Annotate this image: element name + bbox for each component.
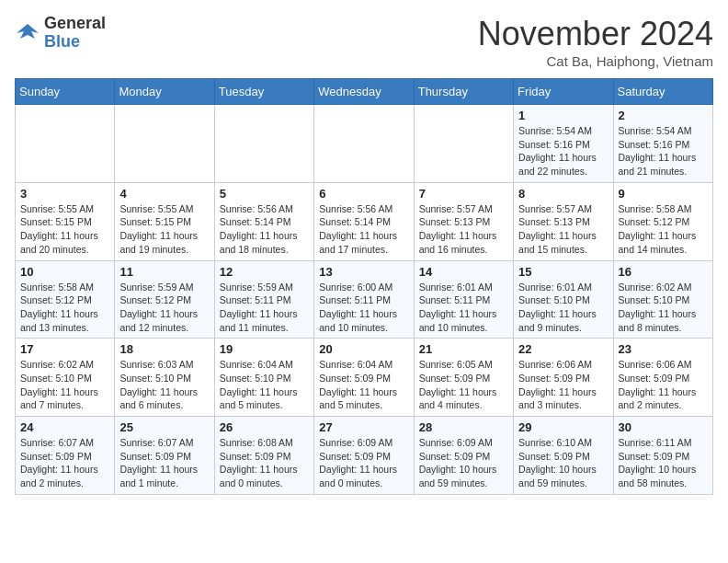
day-info: Sunrise: 5:59 AM Sunset: 5:12 PM Dayligh…	[119, 281, 209, 335]
calendar-cell: 24Sunrise: 6:07 AM Sunset: 5:09 PM Dayli…	[16, 417, 115, 495]
day-number: 21	[419, 342, 508, 356]
day-number: 25	[119, 420, 209, 434]
day-number: 13	[319, 265, 408, 279]
day-number: 20	[319, 342, 408, 356]
calendar-cell: 16Sunrise: 6:02 AM Sunset: 5:10 PM Dayli…	[613, 260, 712, 339]
weekday-header-wednesday: Wednesday	[314, 79, 414, 105]
calendar-cell: 1Sunrise: 5:54 AM Sunset: 5:16 PM Daylig…	[514, 105, 613, 183]
day-info: Sunrise: 6:04 AM Sunset: 5:10 PM Dayligh…	[220, 358, 309, 412]
calendar-week-row: 24Sunrise: 6:07 AM Sunset: 5:09 PM Dayli…	[16, 417, 713, 495]
calendar-cell: 10Sunrise: 5:58 AM Sunset: 5:12 PM Dayli…	[16, 260, 115, 339]
day-info: Sunrise: 5:58 AM Sunset: 5:12 PM Dayligh…	[619, 202, 708, 257]
calendar-cell: 27Sunrise: 6:09 AM Sunset: 5:09 PM Dayli…	[314, 417, 414, 495]
calendar-cell: 19Sunrise: 6:04 AM Sunset: 5:10 PM Dayli…	[214, 339, 313, 417]
day-info: Sunrise: 6:10 AM Sunset: 5:09 PM Dayligh…	[518, 436, 608, 490]
calendar-cell: 26Sunrise: 6:08 AM Sunset: 5:09 PM Dayli…	[214, 417, 313, 495]
calendar-cell: 22Sunrise: 6:06 AM Sunset: 5:09 PM Dayli…	[514, 339, 613, 417]
calendar-table: SundayMondayTuesdayWednesdayThursdayFrid…	[15, 78, 713, 495]
calendar-cell: 11Sunrise: 5:59 AM Sunset: 5:12 PM Dayli…	[115, 260, 214, 339]
day-info: Sunrise: 5:59 AM Sunset: 5:11 PM Dayligh…	[220, 281, 309, 335]
weekday-header-row: SundayMondayTuesdayWednesdayThursdayFrid…	[16, 79, 713, 105]
day-info: Sunrise: 6:09 AM Sunset: 5:09 PM Dayligh…	[319, 436, 408, 490]
day-number: 6	[319, 187, 408, 201]
day-number: 16	[619, 265, 708, 279]
day-info: Sunrise: 5:55 AM Sunset: 5:15 PM Dayligh…	[119, 202, 209, 257]
day-info: Sunrise: 6:06 AM Sunset: 5:09 PM Dayligh…	[619, 358, 708, 412]
day-info: Sunrise: 6:01 AM Sunset: 5:11 PM Dayligh…	[419, 281, 508, 335]
day-info: Sunrise: 6:01 AM Sunset: 5:10 PM Dayligh…	[518, 281, 608, 335]
calendar-cell: 28Sunrise: 6:09 AM Sunset: 5:09 PM Dayli…	[414, 417, 513, 495]
day-number: 3	[20, 187, 109, 201]
day-number: 28	[419, 420, 508, 434]
calendar-cell: 18Sunrise: 6:03 AM Sunset: 5:10 PM Dayli…	[115, 339, 214, 417]
calendar-cell: 20Sunrise: 6:04 AM Sunset: 5:09 PM Dayli…	[314, 339, 414, 417]
calendar-cell	[214, 105, 313, 183]
calendar-week-row: 17Sunrise: 6:02 AM Sunset: 5:10 PM Dayli…	[16, 339, 713, 417]
day-info: Sunrise: 5:56 AM Sunset: 5:14 PM Dayligh…	[319, 202, 408, 257]
day-info: Sunrise: 6:09 AM Sunset: 5:09 PM Dayligh…	[419, 436, 508, 490]
month-title: November 2024	[478, 15, 713, 53]
day-number: 1	[518, 109, 608, 122]
day-number: 9	[619, 187, 708, 201]
day-info: Sunrise: 6:05 AM Sunset: 5:09 PM Dayligh…	[419, 358, 508, 412]
calendar-cell	[414, 105, 513, 183]
weekday-header-tuesday: Tuesday	[214, 79, 313, 105]
calendar-cell: 6Sunrise: 5:56 AM Sunset: 5:14 PM Daylig…	[314, 182, 414, 260]
day-number: 24	[20, 420, 109, 434]
calendar-cell: 2Sunrise: 5:54 AM Sunset: 5:16 PM Daylig…	[613, 105, 712, 183]
calendar-cell: 23Sunrise: 6:06 AM Sunset: 5:09 PM Dayli…	[613, 339, 712, 417]
day-number: 26	[220, 420, 309, 434]
calendar-cell: 9Sunrise: 5:58 AM Sunset: 5:12 PM Daylig…	[613, 182, 712, 260]
day-info: Sunrise: 6:04 AM Sunset: 5:09 PM Dayligh…	[319, 358, 408, 412]
calendar-cell: 30Sunrise: 6:11 AM Sunset: 5:09 PM Dayli…	[613, 417, 712, 495]
calendar-cell: 8Sunrise: 5:57 AM Sunset: 5:13 PM Daylig…	[514, 182, 613, 260]
day-number: 15	[518, 265, 608, 279]
day-number: 10	[20, 265, 109, 279]
day-info: Sunrise: 5:57 AM Sunset: 5:13 PM Dayligh…	[419, 202, 508, 257]
logo-text: General Blue	[44, 15, 106, 52]
calendar-cell: 25Sunrise: 6:07 AM Sunset: 5:09 PM Dayli…	[115, 417, 214, 495]
day-info: Sunrise: 6:07 AM Sunset: 5:09 PM Dayligh…	[20, 436, 109, 490]
logo: General Blue	[15, 15, 106, 52]
calendar-cell	[115, 105, 214, 183]
calendar-cell: 14Sunrise: 6:01 AM Sunset: 5:11 PM Dayli…	[414, 260, 513, 339]
day-info: Sunrise: 6:08 AM Sunset: 5:09 PM Dayligh…	[220, 436, 309, 490]
calendar-week-row: 1Sunrise: 5:54 AM Sunset: 5:16 PM Daylig…	[16, 105, 713, 183]
day-info: Sunrise: 6:06 AM Sunset: 5:09 PM Dayligh…	[518, 358, 608, 412]
calendar-cell: 29Sunrise: 6:10 AM Sunset: 5:09 PM Dayli…	[514, 417, 613, 495]
day-info: Sunrise: 5:56 AM Sunset: 5:14 PM Dayligh…	[220, 202, 309, 257]
calendar-cell: 13Sunrise: 6:00 AM Sunset: 5:11 PM Dayli…	[314, 260, 414, 339]
day-number: 11	[119, 265, 209, 279]
calendar-cell: 3Sunrise: 5:55 AM Sunset: 5:15 PM Daylig…	[16, 182, 115, 260]
day-info: Sunrise: 6:02 AM Sunset: 5:10 PM Dayligh…	[619, 281, 708, 335]
calendar-week-row: 10Sunrise: 5:58 AM Sunset: 5:12 PM Dayli…	[16, 260, 713, 339]
logo-bird-icon	[15, 20, 40, 46]
day-info: Sunrise: 5:58 AM Sunset: 5:12 PM Dayligh…	[20, 281, 109, 335]
page-header: General Blue November 2024 Cat Ba, Haiph…	[15, 15, 713, 69]
title-block: November 2024 Cat Ba, Haiphong, Vietnam	[478, 15, 713, 69]
day-number: 30	[619, 420, 708, 434]
calendar-cell	[314, 105, 414, 183]
day-number: 4	[119, 187, 209, 201]
calendar-week-row: 3Sunrise: 5:55 AM Sunset: 5:15 PM Daylig…	[16, 182, 713, 260]
day-info: Sunrise: 6:03 AM Sunset: 5:10 PM Dayligh…	[119, 358, 209, 412]
calendar-cell: 7Sunrise: 5:57 AM Sunset: 5:13 PM Daylig…	[414, 182, 513, 260]
weekday-header-thursday: Thursday	[414, 79, 513, 105]
day-info: Sunrise: 6:07 AM Sunset: 5:09 PM Dayligh…	[119, 436, 209, 490]
weekday-header-sunday: Sunday	[16, 79, 115, 105]
calendar-cell: 4Sunrise: 5:55 AM Sunset: 5:15 PM Daylig…	[115, 182, 214, 260]
day-number: 19	[220, 342, 309, 356]
calendar-cell: 12Sunrise: 5:59 AM Sunset: 5:11 PM Dayli…	[214, 260, 313, 339]
day-number: 5	[220, 187, 309, 201]
day-number: 22	[518, 342, 608, 356]
calendar-cell: 5Sunrise: 5:56 AM Sunset: 5:14 PM Daylig…	[214, 182, 313, 260]
day-info: Sunrise: 6:11 AM Sunset: 5:09 PM Dayligh…	[619, 436, 708, 490]
day-number: 29	[518, 420, 608, 434]
day-number: 14	[419, 265, 508, 279]
day-info: Sunrise: 6:00 AM Sunset: 5:11 PM Dayligh…	[319, 281, 408, 335]
day-info: Sunrise: 5:57 AM Sunset: 5:13 PM Dayligh…	[518, 202, 608, 257]
day-info: Sunrise: 5:54 AM Sunset: 5:16 PM Dayligh…	[619, 124, 708, 178]
calendar-cell	[16, 105, 115, 183]
day-number: 27	[319, 420, 408, 434]
day-number: 2	[619, 109, 708, 122]
